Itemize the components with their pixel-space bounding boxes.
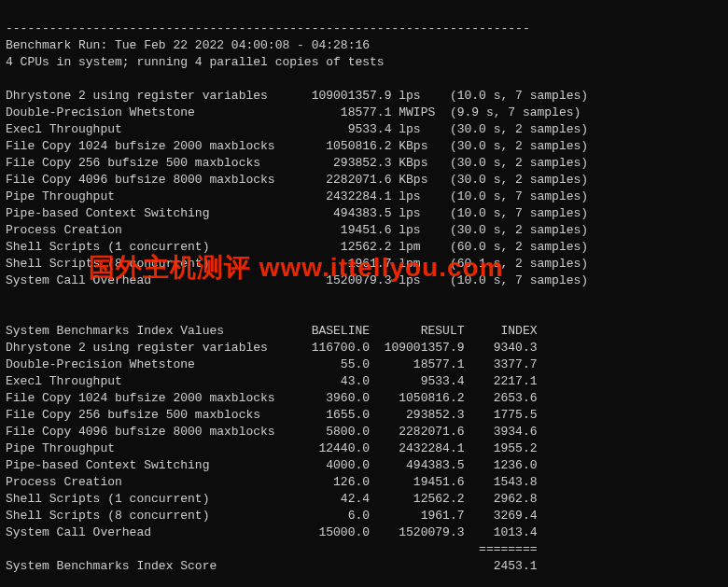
tests-block: Dhrystone 2 using register variables 109…	[6, 88, 722, 289]
cpu-line: 4 CPUs in system; running 4 parallel cop…	[6, 55, 385, 69]
terminal-output: ----------------------------------------…	[0, 0, 728, 587]
index-header-line: System Benchmarks Index Values BASELINE …	[6, 323, 722, 340]
score-line: System Benchmarks Index Score 2453.1	[6, 558, 722, 575]
run-line: Benchmark Run: Tue Feb 22 2022 04:00:08 …	[6, 38, 370, 52]
index-rows: Dhrystone 2 using register variables 116…	[6, 340, 722, 541]
top-rule: ----------------------------------------…	[6, 21, 530, 35]
index-rule-line: ========	[6, 541, 722, 558]
